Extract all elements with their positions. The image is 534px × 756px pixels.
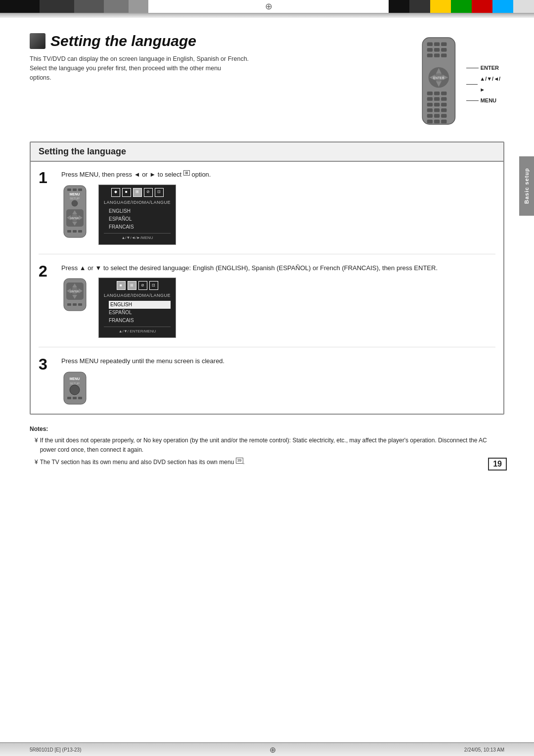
svg-rect-69 xyxy=(78,397,82,399)
footer-right: 2/24/05, 10:13 AM xyxy=(464,747,504,753)
step2-menu-screen: ■ ⊞ ⊘ ⊡ LANGUAGE/IDIOMA/LANGUE ENGLISH E… xyxy=(98,278,176,338)
footer-left: 5R80101D [E] (P13-23) xyxy=(30,747,82,753)
svg-rect-33 xyxy=(434,120,440,124)
title-section: Setting the language This TV/DVD can dis… xyxy=(30,33,504,132)
section-content: 1 Press MENU, then press ◄ or ► to selec… xyxy=(31,162,503,414)
note2-ref: 39 xyxy=(236,458,243,464)
step1-menu-screen: ◆ ■ ⊞ ⊘ ⊡ LANGUAGE/IDIOMA/LANGUE ENGLISH… xyxy=(98,185,176,245)
menu-item-espanol-1: ESPAÑOL xyxy=(109,215,171,223)
page-number: 19 xyxy=(488,458,507,471)
svg-rect-67 xyxy=(67,397,71,399)
svg-rect-5 xyxy=(434,48,440,52)
icon-1: ◆ xyxy=(111,188,120,197)
svg-rect-27 xyxy=(434,108,440,112)
right-sidebar: Basic setup xyxy=(519,156,534,216)
svg-rect-50 xyxy=(73,230,77,233)
svg-rect-17 xyxy=(427,92,433,95)
notes-title: Notes: xyxy=(30,425,504,434)
svg-rect-37 xyxy=(73,189,77,191)
svg-rect-34 xyxy=(441,120,446,124)
title-left: Setting the language This TV/DVD can dis… xyxy=(30,33,405,82)
page-number-area: 19 xyxy=(488,458,507,471)
svg-rect-9 xyxy=(441,53,446,57)
step1-menu-icons: ◆ ■ ⊞ ⊘ ⊡ xyxy=(104,188,171,197)
step-2-number: 2 xyxy=(39,263,53,338)
footer-crosshair: ⊕ xyxy=(269,745,276,755)
step-1-visuals: MENU SETUP ENTER xyxy=(61,185,495,245)
menu-item-francais-2: FRANCAIS xyxy=(109,317,171,325)
svg-rect-25 xyxy=(441,103,446,107)
svg-rect-3 xyxy=(441,43,446,47)
step2-remote-svg: ENTER xyxy=(61,278,89,312)
step-1-number: 1 xyxy=(39,170,53,245)
step1-menu-nav: ▲/▼/◄/►/MENU xyxy=(104,233,171,241)
icon-3a: ⊞ xyxy=(128,281,136,290)
step1-remote-svg: MENU SETUP ENTER xyxy=(61,185,89,239)
step2-menu-title: LANGUAGE/IDIOMA/LANGUE xyxy=(104,292,171,299)
step2-menu-items: ENGLISH ESPAÑOL FRANCAIS xyxy=(104,301,171,325)
svg-text:MENU: MENU xyxy=(70,377,80,380)
step-2: 2 Press ▲ or ▼ to select the desired lan… xyxy=(39,263,495,348)
svg-text:SETUP: SETUP xyxy=(70,382,80,385)
svg-rect-24 xyxy=(434,103,440,107)
svg-text:ENTER: ENTER xyxy=(71,217,79,220)
step2-menu-icons: ■ ⊞ ⊘ ⊡ xyxy=(104,281,171,290)
svg-rect-6 xyxy=(441,48,446,52)
svg-rect-62 xyxy=(78,303,82,306)
icon-2a: ■ xyxy=(117,281,126,290)
svg-rect-32 xyxy=(427,120,433,124)
svg-rect-51 xyxy=(78,230,82,233)
svg-rect-49 xyxy=(67,230,71,233)
title-description: This TV/DVD can display the on screen la… xyxy=(30,54,267,82)
svg-rect-4 xyxy=(427,48,433,52)
step-2-body: Press ▲ or ▼ to select the desired langu… xyxy=(61,263,495,338)
step-3-body: Press MENU repeatedly until the menu scr… xyxy=(61,356,495,406)
svg-rect-26 xyxy=(427,108,433,112)
icon-5: ⊡ xyxy=(155,188,164,197)
icon-3-selected: ⊞ xyxy=(133,188,142,197)
color-blocks xyxy=(389,0,534,13)
icon-5a: ⊡ xyxy=(149,281,158,290)
svg-rect-30 xyxy=(434,114,440,118)
step-3: 3 Press MENU repeatedly until the menu s… xyxy=(39,356,495,406)
bottom-bar: 5R80101D [E] (P13-23) ⊕ 2/24/05, 10:13 A… xyxy=(0,742,534,756)
svg-text:ENTER: ENTER xyxy=(433,76,445,80)
svg-rect-22 xyxy=(441,97,446,101)
svg-rect-7 xyxy=(427,53,433,57)
svg-point-41 xyxy=(72,200,78,206)
svg-text:SETUP: SETUP xyxy=(70,197,80,200)
remote-svg: ENTER xyxy=(415,33,462,132)
icon-2: ■ xyxy=(122,188,131,197)
step-2-visuals: ENTER ■ ⊞ ⊘ ⊡ xyxy=(61,278,495,338)
page-title: Setting the language xyxy=(30,33,405,49)
step2-menu-nav: ▲/▼/ ENTER/MENU xyxy=(104,327,171,335)
svg-rect-8 xyxy=(434,53,440,57)
svg-rect-60 xyxy=(67,303,71,306)
step1-menu-items: ENGLISH ESPAÑOL FRANCAIS xyxy=(104,207,171,231)
svg-rect-68 xyxy=(73,397,77,399)
step-1-body: Press MENU, then press ◄ or ► to select … xyxy=(61,170,495,245)
svg-text:MENU: MENU xyxy=(70,192,80,196)
svg-rect-2 xyxy=(434,43,440,47)
main-content: Setting the language This TV/DVD can dis… xyxy=(0,18,534,485)
step1-menu-title: LANGUAGE/IDIOMA/LANGUE xyxy=(104,199,171,206)
svg-rect-23 xyxy=(427,103,433,107)
step-3-visuals: MENU SETUP xyxy=(61,371,495,406)
svg-rect-21 xyxy=(434,97,440,101)
top-crosshair: ⊕ xyxy=(148,0,389,13)
note-2: ¥ The TV section has its own menu and al… xyxy=(30,458,504,467)
svg-rect-38 xyxy=(78,189,82,191)
svg-rect-36 xyxy=(67,189,71,191)
section-box: Setting the language 1 Press MENU, then … xyxy=(30,142,504,415)
step-3-text: Press MENU repeatedly until the menu scr… xyxy=(61,356,495,366)
note-1: ¥ If the unit does not operate properly,… xyxy=(30,436,504,455)
svg-rect-20 xyxy=(427,97,433,101)
svg-rect-31 xyxy=(441,114,446,118)
svg-rect-18 xyxy=(434,92,440,95)
icon-4a: ⊘ xyxy=(138,281,147,290)
step-2-text: Press ▲ or ▼ to select the desired langu… xyxy=(61,263,495,273)
icon-4: ⊘ xyxy=(144,188,153,197)
notes-section: Notes: ¥ If the unit does not operate pr… xyxy=(30,425,504,468)
step-3-number: 3 xyxy=(39,356,53,406)
title-icon xyxy=(30,33,45,49)
